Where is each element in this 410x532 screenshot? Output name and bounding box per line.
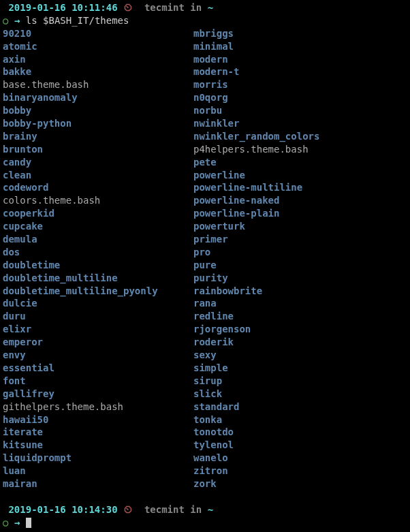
list-item: emperor: [3, 336, 193, 349]
list-item: nwinkler_random_colors: [193, 130, 319, 143]
list-item: n0qorg: [193, 91, 319, 104]
username: tecmint: [144, 504, 185, 515]
list-item: kitsune: [3, 439, 193, 452]
list-item: essential: [3, 362, 193, 375]
list-item: elixr: [3, 323, 193, 336]
prompt-circle-icon: ○: [3, 517, 8, 528]
list-item: axin: [3, 53, 193, 66]
list-item: binaryanomaly: [3, 91, 193, 104]
list-item: font: [3, 375, 193, 388]
list-item: powerline-naked: [193, 194, 319, 207]
list-item: purity: [193, 272, 319, 285]
list-item: mbriggs: [193, 27, 319, 40]
output-column-2: mbriggsminimalmodernmodern-tmorrisn0qorg…: [193, 27, 319, 490]
ls-output: 90210atomicaxinbakkebase.theme.bashbinar…: [3, 27, 407, 490]
prompt-line-1: 2019-01-16 10:11:46 ⏲ tecmint in ~: [3, 1, 407, 14]
in-word: in: [190, 504, 202, 515]
list-item: atomic: [3, 40, 193, 53]
prompt-arrow-icon: →: [14, 517, 20, 528]
list-item: tylenol: [193, 439, 319, 452]
list-item: primer: [193, 233, 319, 246]
list-item: hawaii50: [3, 413, 193, 426]
list-item: doubletime: [3, 259, 193, 272]
list-item: zitron: [193, 465, 319, 478]
prompt-line-2: 2019-01-16 10:14:30 ⏲ tecmint in ~: [3, 503, 407, 516]
in-word: in: [190, 2, 202, 13]
path: ~: [208, 504, 213, 515]
list-item: doubletime_multiline: [3, 272, 193, 285]
list-item: modern-t: [193, 65, 319, 78]
list-item: tonka: [193, 413, 319, 426]
list-item: simple: [193, 362, 319, 375]
list-item: minimal: [193, 40, 319, 53]
clock-icon: ⏲: [123, 2, 133, 13]
list-item: powerline: [193, 169, 319, 182]
timestamp: 2019-01-16 10:11:46: [8, 2, 117, 13]
blank-line: [3, 490, 407, 503]
command-line-1[interactable]: ○ → ls $BASH_IT/themes: [3, 14, 407, 27]
list-item: iterate: [3, 426, 193, 439]
list-item: powerline-plain: [193, 207, 319, 220]
list-item: duru: [3, 310, 193, 323]
list-item: rjorgenson: [193, 323, 319, 336]
list-item: rana: [193, 297, 319, 310]
output-column-1: 90210atomicaxinbakkebase.theme.bashbinar…: [3, 27, 193, 490]
list-item: 90210: [3, 27, 193, 40]
command-text: ls $BASH_IT/themes: [26, 15, 129, 26]
list-item: bakke: [3, 65, 193, 78]
list-item: bobby: [3, 104, 193, 117]
list-item: envy: [3, 349, 193, 362]
list-item: doubletime_multiline_pyonly: [3, 285, 193, 298]
list-item: standard: [193, 401, 319, 413]
timestamp: 2019-01-16 10:14:30: [8, 504, 117, 515]
list-item: morris: [193, 78, 319, 91]
prompt-circle-icon: ○: [3, 15, 8, 26]
clock-icon: ⏲: [123, 504, 133, 515]
list-item: pro: [193, 246, 319, 259]
list-item: pure: [193, 259, 319, 272]
list-item: dulcie: [3, 297, 193, 310]
list-item: rainbowbrite: [193, 285, 319, 298]
list-item: codeword: [3, 181, 193, 194]
list-item: pete: [193, 156, 319, 169]
list-item: clean: [3, 169, 193, 182]
list-item: brainy: [3, 130, 193, 143]
list-item: tonotdo: [193, 426, 319, 439]
command-line-2[interactable]: ○ →: [3, 516, 407, 529]
list-item: brunton: [3, 143, 193, 156]
list-item: base.theme.bash: [3, 78, 193, 91]
list-item: sexy: [193, 349, 319, 362]
username: tecmint: [144, 2, 185, 13]
list-item: norbu: [193, 104, 319, 117]
list-item: candy: [3, 156, 193, 169]
list-item: dos: [3, 246, 193, 259]
list-item: cupcake: [3, 220, 193, 233]
list-item: powerline-multiline: [193, 181, 319, 194]
list-item: cooperkid: [3, 207, 193, 220]
list-item: gallifrey: [3, 388, 193, 401]
list-item: bobby-python: [3, 117, 193, 130]
list-item: luan: [3, 465, 193, 478]
list-item: demula: [3, 233, 193, 246]
prompt-arrow-icon: →: [14, 15, 20, 26]
list-item: githelpers.theme.bash: [3, 401, 193, 413]
list-item: powerturk: [193, 220, 319, 233]
list-item: mairan: [3, 478, 193, 490]
list-item: redline: [193, 310, 319, 323]
list-item: modern: [193, 53, 319, 66]
list-item: p4helpers.theme.bash: [193, 143, 319, 156]
list-item: zork: [193, 478, 319, 490]
path: ~: [208, 2, 213, 13]
list-item: slick: [193, 388, 319, 401]
list-item: colors.theme.bash: [3, 194, 193, 207]
list-item: liquidprompt: [3, 452, 193, 465]
list-item: nwinkler: [193, 117, 319, 130]
cursor: [26, 518, 31, 528]
list-item: sirup: [193, 375, 319, 388]
list-item: roderik: [193, 336, 319, 349]
list-item: wanelo: [193, 452, 319, 465]
